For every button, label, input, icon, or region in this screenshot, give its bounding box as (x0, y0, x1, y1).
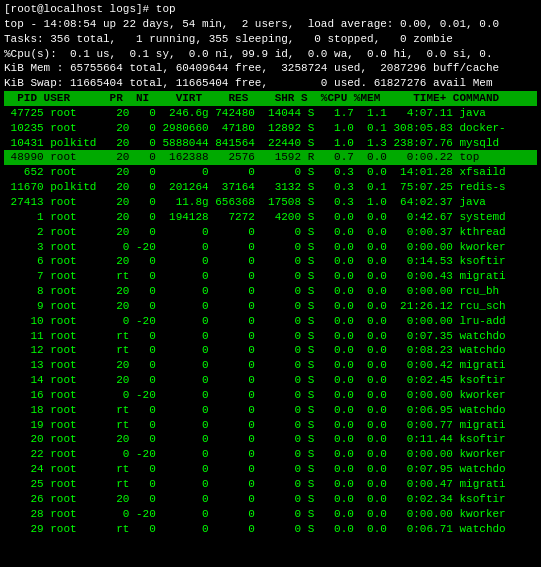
terminal-line: Tasks: 356 total, 1 running, 355 sleepin… (4, 32, 537, 47)
terminal-line: 8 root 20 0 0 0 0 S 0.0 0.0 0:00.00 rcu_… (4, 284, 537, 299)
terminal-line: 29 root rt 0 0 0 0 S 0.0 0.0 0:06.71 wat… (4, 522, 537, 537)
terminal-line: 2 root 20 0 0 0 0 S 0.0 0.0 0:00.37 kthr… (4, 225, 537, 240)
terminal-line: 12 root rt 0 0 0 0 S 0.0 0.0 0:08.23 wat… (4, 343, 537, 358)
terminal-line: 24 root rt 0 0 0 0 S 0.0 0.0 0:07.95 wat… (4, 462, 537, 477)
terminal-line: 9 root 20 0 0 0 0 S 0.0 0.0 21:26.12 rcu… (4, 299, 537, 314)
terminal-line: 28 root 0 -20 0 0 0 S 0.0 0.0 0:00.00 kw… (4, 507, 537, 522)
terminal-line: 25 root rt 0 0 0 0 S 0.0 0.0 0:00.47 mig… (4, 477, 537, 492)
terminal-line: 14 root 20 0 0 0 0 S 0.0 0.0 0:02.45 kso… (4, 373, 537, 388)
terminal-line: 26 root 20 0 0 0 0 S 0.0 0.0 0:02.34 kso… (4, 492, 537, 507)
terminal-window: [root@localhost logs]# toptop - 14:08:54… (0, 0, 541, 567)
terminal-line: 10 root 0 -20 0 0 0 S 0.0 0.0 0:00.00 lr… (4, 314, 537, 329)
terminal-line: 27413 root 20 0 11.8g 656368 17508 S 0.3… (4, 195, 537, 210)
terminal-line: 16 root 0 -20 0 0 0 S 0.0 0.0 0:00.00 kw… (4, 388, 537, 403)
terminal-line: %Cpu(s): 0.1 us, 0.1 sy, 0.0 ni, 99.9 id… (4, 47, 537, 62)
terminal-line: 11670 polkitd 20 0 201264 37164 3132 S 0… (4, 180, 537, 195)
terminal-line: PID USER PR NI VIRT RES SHR S %CPU %MEM … (4, 91, 537, 106)
terminal-line: 1 root 20 0 194128 7272 4200 S 0.0 0.0 0… (4, 210, 537, 225)
terminal-line: 48990 root 20 0 162388 2576 1592 R 0.7 0… (4, 150, 537, 165)
terminal-line: KiB Swap: 11665404 total, 11665404 free,… (4, 76, 537, 91)
terminal-line: 47725 root 20 0 246.6g 742480 14044 S 1.… (4, 106, 537, 121)
terminal-line: 10431 polkitd 20 0 5888044 841564 22440 … (4, 136, 537, 151)
terminal-line: 7 root rt 0 0 0 0 S 0.0 0.0 0:00.43 migr… (4, 269, 537, 284)
terminal-line: 11 root rt 0 0 0 0 S 0.0 0.0 0:07.35 wat… (4, 329, 537, 344)
terminal-line: 652 root 20 0 0 0 0 S 0.3 0.0 14:01.28 x… (4, 165, 537, 180)
terminal-line: 13 root 20 0 0 0 0 S 0.0 0.0 0:00.42 mig… (4, 358, 537, 373)
terminal-line: 10235 root 20 0 2980660 47180 12892 S 1.… (4, 121, 537, 136)
terminal-line: 3 root 0 -20 0 0 0 S 0.0 0.0 0:00.00 kwo… (4, 240, 537, 255)
terminal-line: 18 root rt 0 0 0 0 S 0.0 0.0 0:06.95 wat… (4, 403, 537, 418)
terminal-line: [root@localhost logs]# top (4, 2, 537, 17)
terminal-line: 22 root 0 -20 0 0 0 S 0.0 0.0 0:00.00 kw… (4, 447, 537, 462)
terminal-line: 20 root 20 0 0 0 0 S 0.0 0.0 0:11.44 kso… (4, 432, 537, 447)
terminal-line: 19 root rt 0 0 0 0 S 0.0 0.0 0:00.77 mig… (4, 418, 537, 433)
terminal-line: KiB Mem : 65755664 total, 60409644 free,… (4, 61, 537, 76)
terminal-line: top - 14:08:54 up 22 days, 54 min, 2 use… (4, 17, 537, 32)
terminal-line: 6 root 20 0 0 0 0 S 0.0 0.0 0:14.53 ksof… (4, 254, 537, 269)
